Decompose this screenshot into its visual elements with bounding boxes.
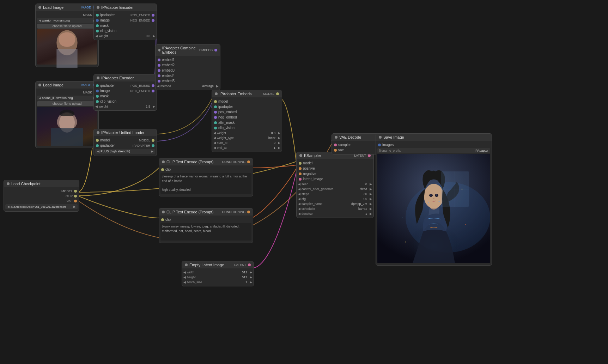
- ipadapter-encoder-1-weight-label: weight: [99, 34, 116, 38]
- ksampler-denoise-row[interactable]: ◀ denoise 1 ▶: [297, 211, 373, 216]
- ipadapter-embeds-weight-value: 0.8: [271, 131, 275, 135]
- ipadapter-combine-embeds-header: IPAdapter Combine Embeds EMBEDS: [156, 44, 220, 56]
- ipadapter-unified-loader-preset-arrow-r: ▶: [151, 150, 153, 153]
- ipadapter-unified-loader-preset-arrow-l: ◀: [97, 150, 99, 153]
- ipadapter-embeds-ipadapter-port: [214, 105, 217, 108]
- clip-text-encode-2-dot: [162, 211, 165, 213]
- ksampler-steps-arrow-r: ▶: [370, 192, 372, 196]
- load-checkpoint-body: MODEL CLIP VAE ◀ d15ArealisticVisionV51_…: [4, 187, 79, 211]
- ksampler-cfg-arrow-l: ◀: [298, 197, 300, 201]
- ipadapter-combine-embeds-dot: [158, 49, 160, 51]
- load-image-2-body: MASK ◀ anime_illustration.png ▶ choose f…: [36, 89, 98, 148]
- vae-decode-samples-in-port: [334, 144, 337, 146]
- vae-decode-dot: [335, 136, 338, 139]
- ipadapter-combine-embeds-embed4-port: [158, 74, 160, 77]
- clip-text-encode-1-text[interactable]: closeup of a fierce warrior woman wearin…: [160, 173, 251, 194]
- ipadapter-embeds-title: IPAdapter Embeds: [219, 92, 252, 96]
- ksampler-sampler-arrow-l: ◀: [298, 202, 300, 206]
- load-checkpoint-file-value: d15ArealisticVisionV51_v51VAE.safetensor…: [11, 205, 72, 208]
- ipadapter-embeds-pos-embed: pos_embed: [212, 109, 282, 115]
- ipadapter-embeds-ipadapter-label: ipadapter: [218, 105, 233, 109]
- ipadapter-combine-embeds-title: IPAdapter Combine Embeds: [162, 46, 197, 54]
- ipadapter-embeds-model-in: model: [212, 99, 282, 104]
- ipadapter-combine-embeds-method-row[interactable]: ◀ method average ▶: [156, 84, 220, 89]
- ipadapter-combine-embeds-method-arrow-l: ◀: [157, 84, 159, 88]
- ipadapter-embeds-end-at-row[interactable]: ◀ end_at 1 ▶: [212, 145, 282, 150]
- ksampler-seed-row[interactable]: ◀ seed 0 ▶: [297, 182, 373, 187]
- ksampler-denoise-label: denoise: [302, 212, 319, 216]
- ipadapter-combine-embeds-out-port: [214, 49, 217, 51]
- ksampler-scheduler-row[interactable]: ◀ scheduler karras ▶: [297, 206, 373, 211]
- ipadapter-unified-loader-header: IPAdapter Unified Loader: [94, 129, 157, 136]
- svg-point-19: [405, 242, 406, 243]
- load-image-1-title: Load Image: [43, 5, 63, 10]
- ipadapter-unified-loader-preset-dropdown[interactable]: ◀ PLUS (high strength) ▶: [95, 149, 155, 154]
- save-image-preview: [377, 154, 490, 263]
- empty-latent-height-row[interactable]: ◀ height 512 ▶: [182, 275, 254, 280]
- ksampler-model-in-port: [299, 162, 302, 165]
- empty-latent-batch-arrow-r: ▶: [250, 280, 252, 284]
- ksampler-steps-arrow-l: ◀: [298, 192, 300, 196]
- load-checkpoint-file-dropdown[interactable]: ◀ d15ArealisticVisionV51_v51VAE.safetens…: [5, 204, 78, 209]
- save-image-body: images filename_prefix IPAdapter: [376, 141, 492, 265]
- ksampler-latent-in-port: [299, 178, 302, 181]
- ipadapter-embeds-weight-arrow-r: ▶: [278, 131, 280, 135]
- svg-point-8: [424, 184, 444, 208]
- ksampler-sampler-row[interactable]: ◀ sampler_name dpmpp_2m ▶: [297, 201, 373, 206]
- load-checkpoint-dot: [7, 182, 10, 185]
- save-image-prefix-row[interactable]: filename_prefix IPAdapter: [377, 148, 490, 153]
- ksampler-steps-value: 30: [364, 192, 367, 196]
- empty-latent-width-row[interactable]: ◀ width 512 ▶: [182, 270, 254, 275]
- ipadapter-combine-embeds-node: IPAdapter Combine Embeds EMBEDS embed1 e…: [155, 44, 220, 90]
- load-image-2-mask-label: MASK: [83, 91, 92, 94]
- ksampler-cfg-row[interactable]: ◀ cfg 6.5 ▶: [297, 196, 373, 201]
- ipadapter-combine-embeds-embed1-port: [158, 59, 160, 61]
- empty-latent-height-label: height: [187, 275, 205, 279]
- clip-text-encode-1-dot: [162, 160, 165, 163]
- ksampler-sampler-arrow-r: ▶: [370, 202, 372, 206]
- ipadapter-embeds-clip-vision-label: clip_vision: [218, 126, 235, 130]
- load-image-2-file[interactable]: ◀ anime_illustration.png ▶: [37, 96, 97, 101]
- save-image-images-in-label: images: [382, 143, 394, 147]
- ipadapter-embeds-start-at-row[interactable]: ◀ start_at 0 ▶: [212, 140, 282, 145]
- ipadapter-embeds-weight-row[interactable]: ◀ weight 0.8 ▶: [212, 131, 282, 135]
- vae-decode-title: VAE Decode: [339, 135, 361, 139]
- empty-latent-batch-row[interactable]: ◀ batch_size 1 ▶: [182, 280, 254, 285]
- ipadapter-combine-embeds-out-label: EMBEDS: [199, 48, 213, 52]
- save-image-header: Save Image: [376, 134, 492, 141]
- ipadapter-encoder-2-neg-port: [152, 90, 154, 92]
- ipadapter-encoder-1-weight-arrow-l: ◀: [95, 34, 98, 38]
- ipadapter-unified-loader-body: model model ipadapter ipadapter ◀ PLUS (…: [94, 136, 157, 156]
- clip-text-encode-2-text[interactable]: blurry, noisy, messy, lowres, jpeg, arti…: [160, 223, 251, 241]
- ipadapter-embeds-weight-type-row[interactable]: ◀ weight_type linear ▶: [212, 135, 282, 140]
- empty-latent-width-value: 512: [242, 271, 247, 274]
- ksampler-control-arrow-r: ▶: [370, 187, 372, 191]
- ipadapter-unified-loader-title: IPAdapter Unified Loader: [101, 131, 145, 135]
- ipadapter-encoder-1-mask: mask: [94, 23, 157, 28]
- load-checkpoint-vae-row: VAE: [4, 199, 79, 204]
- ksampler-steps-row[interactable]: ◀ steps 30 ▶: [297, 192, 373, 196]
- ipadapter-encoder-1-clipvision-label: clip_vision: [100, 29, 116, 33]
- ipadapter-encoder-2-weight-row[interactable]: ◀ weight 1.5 ▶: [94, 104, 157, 109]
- ksampler-control-row[interactable]: ◀ control_after_generate fixed ▶: [297, 187, 373, 192]
- ksampler-positive-in: positive: [297, 166, 373, 171]
- save-image-images-in-port: [378, 144, 381, 146]
- ipadapter-embeds-pos-embed-port: [214, 111, 217, 114]
- ipadapter-embeds-neg-embed-label: neg_embed: [218, 115, 237, 119]
- ksampler-negative-in: negative: [297, 171, 373, 176]
- ipadapter-embeds-start-at-value: 0: [274, 141, 275, 145]
- ksampler-latent-out-port: [368, 154, 371, 157]
- empty-latent-batch-arrow-l: ◀: [183, 280, 186, 284]
- ipadapter-unified-loader-model-in-label: model: [100, 138, 110, 142]
- ipadapter-encoder-1-weight-row[interactable]: ◀ weight 0.6 ▶: [94, 34, 157, 38]
- ipadapter-embeds-dot: [215, 92, 218, 95]
- ipadapter-embeds-end-at-arrow-l: ◀: [213, 146, 216, 150]
- ipadapter-combine-embeds-embed5-label: embed5: [162, 79, 175, 83]
- ipadapter-embeds-end-at-value: 1: [274, 146, 275, 150]
- ksampler-steps-label: steps: [302, 192, 319, 196]
- load-image-2-upload[interactable]: choose file to upload: [37, 101, 97, 106]
- clip-text-encode-2-out-port: [247, 211, 250, 213]
- clip-text-encode-2-out-label: CONDITIONING: [222, 210, 246, 214]
- ipadapter-unified-loader-ipadapter-in-port: [96, 144, 99, 147]
- load-image-2-header: Load Image IMAGE: [36, 81, 98, 89]
